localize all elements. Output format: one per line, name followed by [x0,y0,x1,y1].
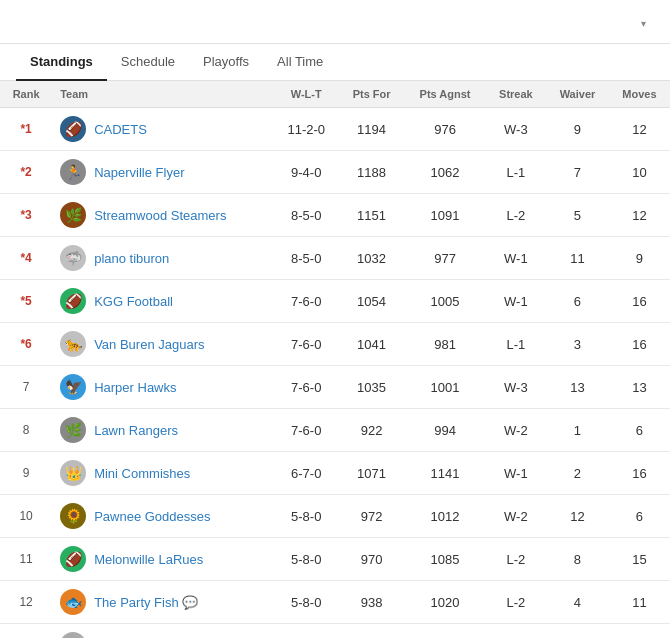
streak-cell: W-2 [486,495,546,538]
standings-dropdown[interactable]: ▾ [629,14,654,33]
team-logo: 🏈 [60,546,86,572]
tab-standings[interactable]: Standings [16,44,107,81]
wlt-cell: 8-5-0 [274,237,339,280]
team-logo: 🦈 [60,245,86,271]
pts-agnst-cell: 1012 [404,495,485,538]
table-row: *2🏃Naperville Flyer9-4-011881062L-1710 [0,151,670,194]
pts-for-cell: 1071 [339,452,405,495]
tab-playoffs[interactable]: Playoffs [189,44,263,81]
team-name[interactable]: The Party Fish 💬 [94,595,198,610]
table-row: 8🌿Lawn Rangers7-6-0922994W-216 [0,409,670,452]
wlt-cell: 5-8-0 [274,538,339,581]
page-header: ▾ [0,0,670,44]
moves-cell: 16 [609,624,670,639]
waiver-cell: 8 [546,538,609,581]
team-logo: 🌿 [60,417,86,443]
tab-schedule[interactable]: Schedule [107,44,189,81]
moves-cell: 16 [609,280,670,323]
rank-cell: 13 [0,624,52,639]
pts-agnst-cell: 1020 [404,581,485,624]
waiver-cell: 12 [546,495,609,538]
table-row: *1🏈CADETS11-2-01194976W-3912 [0,108,670,151]
rank-value: *1 [20,122,31,136]
team-name[interactable]: plano tiburon [94,251,169,266]
moves-cell: 12 [609,108,670,151]
team-name[interactable]: Pawnee Goddesses [94,509,210,524]
waiver-cell: 9 [546,108,609,151]
team-cell: 🏃Naperville Flyer [52,151,274,194]
team-name[interactable]: Harper Hawks [94,380,176,395]
col-header-streak: Streak [486,81,546,108]
moves-cell: 16 [609,323,670,366]
pts-for-cell: 972 [339,495,405,538]
team-cell: 🦈plano tiburon [52,237,274,280]
col-header-moves: Moves [609,81,670,108]
col-header-w-l-t: W-L-T [274,81,339,108]
team-name[interactable]: Naperville Flyer [94,165,184,180]
table-row: 12🐟The Party Fish 💬5-8-09381020L-2411 [0,581,670,624]
rank-cell: 9 [0,452,52,495]
pts-for-cell: 1054 [339,280,405,323]
rank-cell: *2 [0,151,52,194]
rank-value: *3 [20,208,31,222]
rank-cell: 12 [0,581,52,624]
team-name[interactable]: KGG Football [94,294,173,309]
pts-agnst-cell: 994 [404,409,485,452]
team-cell: 🐆Van Buren Jaguars [52,323,274,366]
pts-agnst-cell: 1091 [404,194,485,237]
team-name[interactable]: Van Buren Jaguars [94,337,204,352]
team-name[interactable]: CADETS [94,122,147,137]
rank-value: *2 [20,165,31,179]
pts-for-cell: 1032 [339,237,405,280]
team-name[interactable]: Melonwille LaRues [94,552,203,567]
streak-cell: L-2 [486,538,546,581]
table-row: *4🦈plano tiburon8-5-01032977W-1119 [0,237,670,280]
team-cell: 🐟The Party Fish 💬 [52,581,274,624]
streak-cell: W-2 [486,409,546,452]
team-logo: ✈️ [60,632,86,638]
team-logo: 🐟 [60,589,86,615]
team-logo: 🏈 [60,288,86,314]
rank-cell: 7 [0,366,52,409]
wlt-cell: 5-8-0 [274,495,339,538]
wlt-cell: 5-8-0 [274,581,339,624]
pts-agnst-cell: 1112 [404,624,485,639]
team-cell: ✈️Butler Jets [52,624,274,639]
waiver-cell: 3 [546,323,609,366]
pts-agnst-cell: 1001 [404,366,485,409]
table-row: *3🌿Streamwood Steamers8-5-011511091L-251… [0,194,670,237]
rank-cell: 10 [0,495,52,538]
moves-cell: 15 [609,538,670,581]
table-row: *6🐆Van Buren Jaguars7-6-01041981L-1316 [0,323,670,366]
pts-for-cell: 1035 [339,366,405,409]
streak-cell: L-2 [486,581,546,624]
streak-cell: W-1 [486,452,546,495]
streak-cell: L-1 [486,151,546,194]
rank-cell: 8 [0,409,52,452]
wlt-cell: 11-2-0 [274,108,339,151]
tab-all-time[interactable]: All Time [263,44,337,81]
rank-value: *6 [20,337,31,351]
waiver-cell: 1 [546,409,609,452]
moves-cell: 6 [609,495,670,538]
col-header-pts-agnst: Pts Agnst [404,81,485,108]
team-cell: 🌻Pawnee Goddesses [52,495,274,538]
pts-agnst-cell: 1062 [404,151,485,194]
pts-for-cell: 1194 [339,108,405,151]
moves-cell: 12 [609,194,670,237]
waiver-cell: 2 [546,452,609,495]
pts-agnst-cell: 1005 [404,280,485,323]
team-name[interactable]: Lawn Rangers [94,423,178,438]
rank-value: *5 [20,294,31,308]
standings-table-container: RankTeamW-L-TPts ForPts AgnstStreakWaive… [0,81,670,638]
rank-cell: *3 [0,194,52,237]
team-name[interactable]: Streamwood Steamers [94,208,226,223]
streak-cell: L-2 [486,194,546,237]
table-body: *1🏈CADETS11-2-01194976W-3912*2🏃Napervill… [0,108,670,639]
waiver-cell: 4 [546,581,609,624]
standings-table: RankTeamW-L-TPts ForPts AgnstStreakWaive… [0,81,670,638]
pts-for-cell: 970 [339,538,405,581]
team-logo: 🏈 [60,116,86,142]
team-logo: 👑 [60,460,86,486]
team-name[interactable]: Mini Commishes [94,466,190,481]
